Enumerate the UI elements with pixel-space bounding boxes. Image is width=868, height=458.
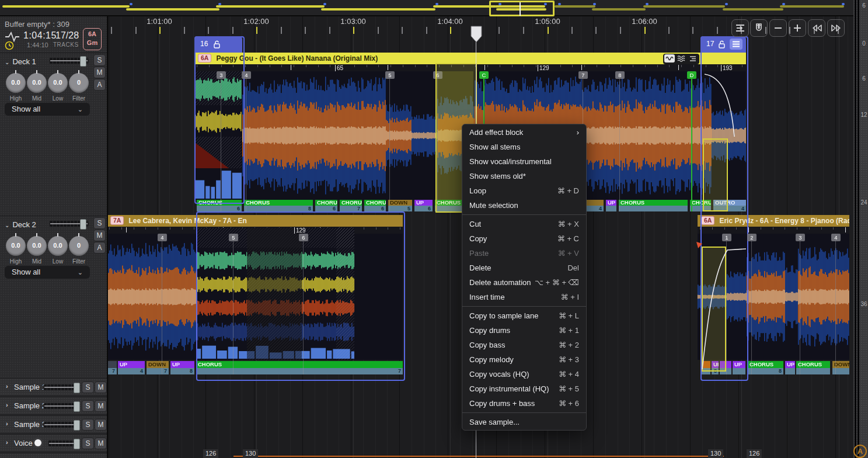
lane-row-tempo[interactable]: ›Tempo (0, 453, 107, 458)
phrase-marker-flag[interactable]: 5 (229, 234, 238, 241)
lane-mute-button[interactable]: M (95, 400, 107, 412)
deck-volume-slider[interactable] (49, 58, 89, 64)
deck-auto-button[interactable]: A (93, 242, 106, 254)
deck-volume-slider[interactable] (49, 221, 89, 227)
clip-titlebar[interactable]: 6AEric Prydz - 6A - Energy 8 - Pjanoo (R… (698, 215, 849, 227)
section-segment-up[interactable]: UP (733, 361, 745, 368)
overview-track-segment[interactable] (555, 5, 595, 8)
deck-solo-button[interactable]: S (93, 54, 106, 66)
section-segment-chorus[interactable]: CHORUS (196, 361, 403, 368)
slider-handle[interactable] (74, 439, 80, 449)
clip-17-header[interactable]: 17 (700, 36, 746, 53)
menu-item-show-vocal-instrumental[interactable]: Show vocal/instrumental (462, 154, 586, 169)
section-segment-chorus[interactable]: CHORUS (619, 200, 688, 206)
phrase-marker-flag[interactable]: 5 (385, 71, 395, 79)
menu-item-delete[interactable]: DeleteDel (462, 261, 586, 275)
section-segment-up[interactable] (720, 361, 731, 368)
zoom-out-button[interactable] (769, 19, 787, 37)
stems-track2[interactable] (196, 228, 354, 360)
stems-track1[interactable] (195, 71, 242, 200)
phrase-marker-flag[interactable]: 6 (433, 71, 442, 79)
menu-item-copy-drums[interactable]: Copy drums⌘ + 1 (462, 323, 586, 338)
section-segment-chorus[interactable]: CHORUS (796, 361, 830, 368)
list-view-button[interactable] (688, 54, 698, 63)
menu-item-copy-instrumental-hq[interactable]: Copy instrumental (HQ)⌘ + 5 (462, 381, 586, 396)
lane-solo-button[interactable]: S (82, 419, 94, 431)
menu-item-mute-selection[interactable]: Mute selection (462, 198, 586, 213)
overview-track-segment[interactable] (2, 5, 130, 8)
section-segment-chorus[interactable]: CHORUS (690, 200, 711, 206)
waveform-track2[interactable] (107, 234, 196, 360)
skip-forward-button[interactable] (827, 19, 845, 37)
menu-item-paste[interactable]: Paste⌘ + V (462, 246, 586, 261)
section-segment-plain[interactable] (107, 361, 117, 368)
deck-solo-button[interactable]: S (93, 217, 106, 229)
lane-mute-button[interactable]: M (95, 419, 107, 431)
lane-mute-button[interactable]: M (95, 438, 107, 449)
clip-titlebar[interactable]: 7ALee Cabrera, Kevin McKay - 7A - En (107, 215, 403, 227)
menu-item-show-all-stems[interactable]: Show all stems (462, 140, 586, 154)
section-segment-chorus[interactable]: CHORUS (197, 200, 242, 206)
record-dot[interactable] (33, 438, 43, 448)
clip-menu-button[interactable] (730, 39, 742, 50)
lane-solo-button[interactable]: S (82, 400, 94, 412)
slider-handle[interactable] (80, 219, 86, 230)
phrase-marker-flag[interactable]: 3 (217, 71, 226, 79)
overview-track-segment[interactable] (780, 5, 844, 8)
overview-track-segment[interactable] (723, 8, 783, 11)
lane-row-sample-1[interactable]: ›Sample 1SM (0, 378, 107, 396)
menu-item-delete-automation[interactable]: Delete automation⌥ + ⌘ + ⌫ (462, 275, 586, 290)
stems-view-button[interactable] (676, 54, 686, 63)
chevron-right-icon[interactable]: › (6, 420, 8, 427)
deck-filter-dropdown[interactable]: Show all⌄ (5, 103, 90, 116)
snap-magnet-button[interactable] (750, 19, 768, 37)
lane-volume-slider[interactable] (43, 422, 79, 428)
deck-mute-button[interactable]: M (93, 230, 106, 241)
section-segment-up[interactable]: UP (170, 361, 194, 368)
phrase-marker-flag[interactable]: 4 (831, 234, 841, 241)
lane-volume-slider[interactable] (48, 440, 79, 446)
menu-item-show-stems-old[interactable]: Show stems old* (462, 169, 586, 183)
lane-mute-button[interactable]: M (95, 381, 107, 393)
overview-track-segment[interactable] (216, 5, 325, 8)
menu-item-copy-to-sample-lane[interactable]: Copy to sample lane⌘ + L (462, 308, 586, 323)
waveform-view-button[interactable] (664, 54, 675, 63)
phrase-marker-flag[interactable]: 8 (615, 71, 625, 79)
phrase-marker-flag[interactable]: 4 (158, 234, 167, 241)
phrase-marker-flag[interactable]: 6 (299, 234, 308, 241)
knob-filter[interactable]: 0 (69, 236, 89, 256)
zoom-in-button[interactable] (789, 19, 806, 37)
overview-track-segment[interactable] (592, 8, 646, 11)
section-segment-up[interactable]: UP (712, 361, 719, 368)
phrase-marker-flag[interactable]: 1 (722, 234, 731, 241)
menu-item-copy[interactable]: Copy⌘ + C (462, 231, 586, 246)
lane-row-sample-2[interactable]: ›Sample 2SM (0, 397, 107, 415)
knob-low[interactable]: 0.0 (48, 236, 68, 256)
phrase-marker-flag[interactable]: 2 (747, 234, 757, 241)
timeline-overview[interactable] (0, 0, 853, 16)
menu-item-add-effect-block[interactable]: Add effect block› (462, 125, 586, 140)
cue-marker-flag[interactable]: D (687, 71, 696, 79)
section-segment-outro[interactable]: OUTRO (713, 200, 746, 206)
phrase-marker-flag[interactable]: 4 (242, 71, 251, 79)
section-segment-up[interactable]: UP (785, 361, 795, 368)
section-segment-up[interactable]: UP (414, 200, 433, 206)
overview-viewport[interactable] (489, 1, 555, 16)
slider-handle[interactable] (74, 383, 80, 393)
phrase-marker-flag[interactable]: 3 (796, 234, 805, 241)
menu-item-cut[interactable]: Cut⌘ + X (462, 217, 586, 231)
deck-filter-dropdown[interactable]: Show all⌄ (5, 266, 90, 279)
knob-high[interactable]: 0.0 (6, 236, 26, 256)
section-segment-orange[interactable] (701, 361, 710, 368)
slider-handle[interactable] (74, 401, 80, 412)
lane-volume-slider[interactable] (43, 384, 79, 390)
knob-mid[interactable]: 0.0 (27, 236, 47, 256)
section-segment-down[interactable]: DOWN (147, 361, 169, 368)
section-segment-chorus[interactable]: CHORUS (315, 200, 337, 206)
deck-mute-button[interactable]: M (93, 67, 106, 78)
section-segment-chorus[interactable]: CHORUS (364, 200, 386, 206)
waveform-track3[interactable] (698, 234, 849, 360)
lane-row-voice[interactable]: ›VoiceSM (0, 434, 107, 452)
section-segment-up[interactable]: UP (606, 200, 616, 206)
menu-item-copy-vocals-hq[interactable]: Copy vocals (HQ)⌘ + 4 (462, 367, 586, 381)
